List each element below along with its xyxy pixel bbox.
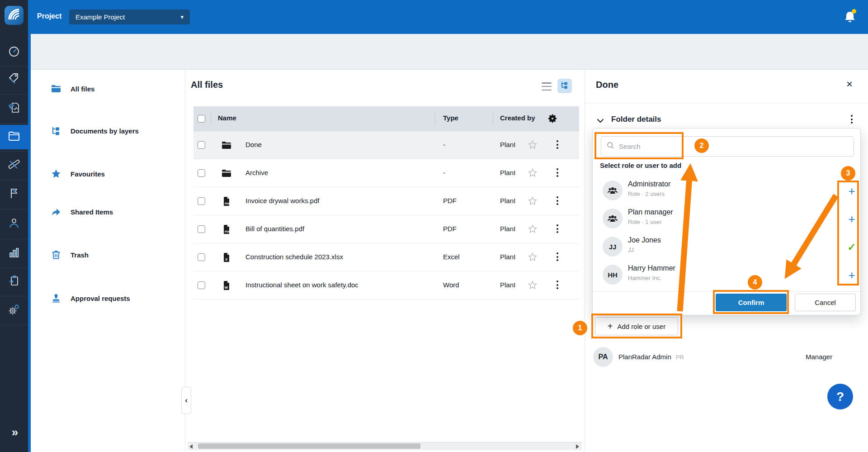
help-button[interactable]: ?: [827, 384, 853, 409]
row-menu-kebab-button[interactable]: [556, 196, 559, 205]
owner-name: PlanRadar Admin: [618, 353, 671, 361]
ruler-pencil-icon: [8, 158, 20, 172]
table-row[interactable]: X Construction schedule 2023.xlsx Excel …: [193, 243, 579, 271]
table-row[interactable]: W Instructional sheet on work safety.doc…: [193, 271, 579, 300]
add-option-plus-button[interactable]: +: [843, 210, 861, 228]
sidebar-expand-button[interactable]: »: [0, 422, 28, 442]
column-settings-gear-icon[interactable]: [547, 113, 558, 126]
select-all-checkbox[interactable]: [198, 115, 205, 123]
favourite-star-button[interactable]: [528, 252, 538, 264]
row-checkbox[interactable]: [198, 197, 205, 205]
row-menu-kebab-button[interactable]: [556, 224, 559, 233]
app-sidebar: »: [0, 0, 28, 452]
confirm-button[interactable]: Confirm: [716, 294, 787, 311]
favourite-star-button[interactable]: [528, 140, 538, 152]
table-row[interactable]: PDF Invoice drywal works.pdf PDF PlanI: [193, 187, 579, 215]
favourite-star-button[interactable]: [528, 224, 538, 236]
folder-details-menu-kebab[interactable]: [850, 115, 854, 124]
popup-search: [601, 136, 854, 157]
planradar-logo[interactable]: [5, 6, 24, 25]
popup-search-input[interactable]: [618, 142, 848, 151]
nav-item-label: All files: [71, 85, 94, 93]
file-type: PDF: [443, 225, 457, 233]
panel-title: Done: [596, 80, 618, 90]
row-checkbox[interactable]: [198, 281, 205, 289]
collapse-nav-button[interactable]: ‹: [181, 387, 191, 414]
sidebar-item-plans[interactable]: [0, 155, 28, 175]
favourite-star-button[interactable]: [528, 196, 538, 208]
row-menu-kebab-button[interactable]: [556, 168, 559, 177]
nav-item-all-files[interactable]: All files: [36, 79, 173, 99]
file-created-by: PlanI: [500, 197, 524, 205]
option-added-check-icon[interactable]: ✓: [843, 238, 861, 256]
chevron-double-right-icon: »: [12, 425, 16, 439]
sidebar-item-contacts[interactable]: [0, 214, 28, 234]
chevron-down-icon[interactable]: [597, 117, 604, 125]
sidebar-item-projects[interactable]: [0, 184, 28, 204]
add-option-plus-button[interactable]: +: [843, 266, 861, 284]
file-name: Done: [245, 141, 262, 148]
nav-item-approval-requests[interactable]: Approval requests: [36, 288, 173, 308]
files-table: Name Type Created by Done - PlanI Archi: [193, 106, 579, 300]
nav-item-trash[interactable]: Trash: [36, 245, 173, 265]
table-row[interactable]: PDF Bill of quantities.pdf PDF PlanI: [193, 215, 579, 243]
column-header-name[interactable]: Name: [218, 114, 236, 122]
row-menu-kebab-button[interactable]: [556, 252, 559, 261]
column-header-created-by[interactable]: Created by: [500, 114, 535, 122]
file-name: Invoice drywal works.pdf: [245, 197, 319, 205]
owner-role: Manager: [806, 353, 832, 361]
option-title: Administrator: [628, 180, 670, 188]
svg-text:PDF: PDF: [225, 202, 230, 205]
list-item-harry-hammer[interactable]: HH Harry Hammer Hammer Inc.: [593, 261, 846, 289]
nav-item-label: Documents by layers: [71, 127, 139, 135]
project-selector-dropdown[interactable]: Example Project ▾: [69, 10, 190, 24]
file-type: -: [443, 141, 445, 148]
list-item-plan-manager[interactable]: Plan manager Role · 1 user: [593, 205, 846, 233]
file-name: Archive: [245, 169, 268, 176]
sidebar-item-tickets[interactable]: [0, 69, 28, 89]
nav-item-favourites[interactable]: Favourites: [36, 164, 173, 184]
sidebar-item-documents-active[interactable]: [0, 125, 28, 149]
nav-item-documents-by-layers[interactable]: Documents by layers: [36, 121, 173, 141]
sidebar-item-dashboard[interactable]: [0, 42, 28, 62]
share-arrow-icon: [51, 206, 61, 217]
row-checkbox[interactable]: [198, 225, 205, 233]
horizontal-scrollbar-thumb[interactable]: [198, 443, 420, 449]
file-name: Construction schedule 2023.xlsx: [245, 253, 343, 261]
table-row[interactable]: Archive - PlanI: [193, 159, 579, 187]
row-checkbox[interactable]: [198, 141, 205, 149]
row-checkbox[interactable]: [198, 253, 205, 261]
row-menu-kebab-button[interactable]: [556, 281, 559, 289]
file-created-by: PlanI: [500, 169, 524, 176]
table-row[interactable]: Done - PlanI: [193, 131, 579, 159]
sidebar-item-tasks[interactable]: [0, 99, 28, 119]
favourite-star-button[interactable]: [528, 280, 538, 292]
add-option-plus-button[interactable]: +: [843, 182, 861, 200]
favourite-star-button[interactable]: [528, 168, 538, 180]
nav-item-shared-items[interactable]: Shared Items: [36, 202, 173, 222]
file-type: PDF: [443, 197, 457, 205]
cancel-button[interactable]: Cancel: [795, 294, 856, 311]
close-panel-button[interactable]: ×: [846, 79, 853, 90]
scroll-left-arrow-icon[interactable]: [189, 444, 193, 449]
notifications-button[interactable]: [842, 7, 858, 26]
chevron-down-icon: ▾: [180, 14, 184, 20]
row-checkbox[interactable]: [198, 169, 205, 177]
view-toggle-tree-active[interactable]: [557, 79, 572, 93]
list-item-administrator[interactable]: Administrator Role · 2 users: [593, 176, 846, 205]
list-item-joe-jones[interactable]: JJ Joe Jones JJ: [593, 233, 846, 261]
avatar: PA: [593, 347, 613, 367]
panel-divider: [585, 103, 868, 103]
owner-suffix: PR: [676, 354, 684, 361]
view-toggle-list[interactable]: [542, 82, 552, 90]
add-role-or-user-button[interactable]: + Add role or user: [595, 317, 678, 335]
stamp-icon: [51, 293, 61, 304]
sidebar-item-exports[interactable]: [0, 271, 28, 291]
folder-details-section-title[interactable]: Folder details: [611, 115, 661, 124]
column-header-type[interactable]: Type: [443, 114, 458, 122]
sidebar-item-statistics[interactable]: [0, 244, 28, 264]
scroll-right-arrow-icon[interactable]: [576, 444, 579, 449]
file-type: Excel: [443, 253, 460, 261]
sidebar-item-settings[interactable]: [0, 300, 28, 320]
row-menu-kebab-button[interactable]: [556, 140, 559, 149]
